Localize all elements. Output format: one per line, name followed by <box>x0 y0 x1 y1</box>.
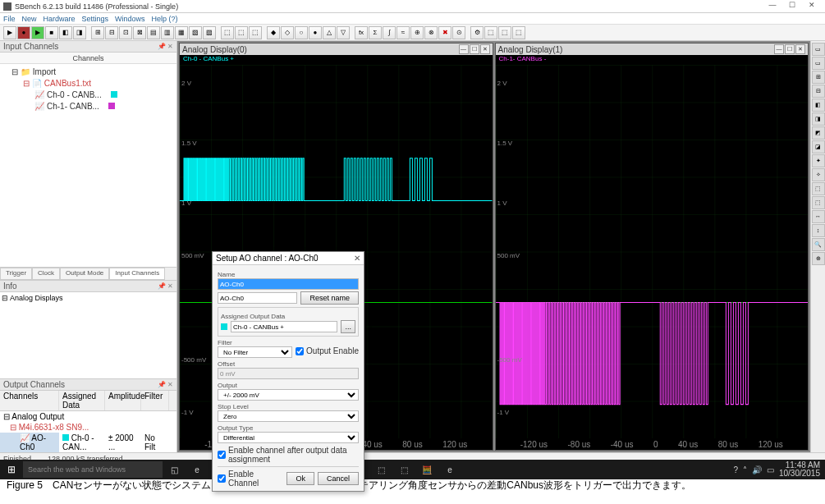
enable-channel-check[interactable] <box>218 474 226 483</box>
cancel-button[interactable]: Cancel <box>318 472 359 485</box>
record-button[interactable]: ● <box>17 26 30 39</box>
plot-tool[interactable]: ☐ <box>785 44 795 54</box>
tool-btn[interactable]: ◇ <box>281 26 294 39</box>
tool-btn[interactable]: ▦ <box>175 26 188 39</box>
ok-button[interactable]: Ok <box>286 472 314 485</box>
tab-clock[interactable]: Clock <box>32 268 60 280</box>
taskbar-clock[interactable]: 11:48 AM10/30/2015 <box>779 461 820 478</box>
tree-import[interactable]: ⊟ 📁 Import <box>2 66 175 77</box>
rtool[interactable]: 🔍 <box>812 238 825 251</box>
tool-btn[interactable]: ⬚ <box>512 26 525 39</box>
tool-btn[interactable]: ◧ <box>59 26 72 39</box>
plot-tool[interactable]: ✕ <box>480 44 490 54</box>
plot-tool[interactable]: — <box>774 44 784 54</box>
menu-hardware[interactable]: Hardware <box>44 15 76 23</box>
rtool[interactable]: ◧ <box>812 99 825 112</box>
tool-btn[interactable]: ▧ <box>189 26 202 39</box>
tool-btn[interactable]: ◆ <box>267 26 280 39</box>
tool-btn[interactable]: ⬚ <box>498 26 511 39</box>
app-icon[interactable]: ⬚ <box>392 460 415 479</box>
name2-input[interactable] <box>218 292 297 304</box>
tray-icon[interactable]: ? <box>733 465 738 474</box>
pin-icon[interactable]: 📌 ✕ <box>158 381 173 388</box>
minimize-button[interactable]: — <box>763 1 782 12</box>
tool-btn[interactable]: ⊡ <box>119 26 132 39</box>
plot-tool[interactable]: ☐ <box>470 44 479 54</box>
offset-input[interactable] <box>218 368 359 379</box>
rtool[interactable]: ▭ <box>812 57 825 70</box>
tab-input-channels[interactable]: Input Channels <box>109 268 165 280</box>
out-group-row[interactable]: ⊟ Analog Output <box>0 411 176 422</box>
tab-output-mode[interactable]: Output Mode <box>60 268 109 280</box>
tool-btn[interactable]: ▨ <box>203 26 216 39</box>
enable-after-assign-check[interactable] <box>218 451 226 459</box>
tool-btn[interactable]: ⊞ <box>91 26 104 39</box>
rtool[interactable]: ⊞ <box>812 71 825 84</box>
name-input[interactable] <box>218 278 359 290</box>
tool-btn[interactable]: ⊙ <box>452 26 465 39</box>
tray-icon[interactable]: 🔊 <box>752 465 762 474</box>
tray-icon[interactable]: ˄ <box>743 465 747 474</box>
start-button[interactable]: ⊞ <box>0 460 23 479</box>
tool-btn[interactable]: △ <box>323 26 336 39</box>
maximize-button[interactable]: ☐ <box>782 1 802 12</box>
app-icon[interactable]: 🧮 <box>415 460 438 479</box>
app-icon[interactable]: e <box>438 460 461 479</box>
tool-btn[interactable]: ◨ <box>73 26 86 39</box>
stop-level-select[interactable]: Zero <box>218 410 359 422</box>
tray-icon[interactable]: ▭ <box>767 465 774 474</box>
tree-ch1[interactable]: 📈 Ch-1- CANB... <box>2 100 175 112</box>
tool-btn[interactable]: ≈ <box>396 26 410 39</box>
task-view-icon[interactable]: ◱ <box>163 460 186 479</box>
tool-btn[interactable]: ▤ <box>147 26 160 39</box>
edge-icon[interactable]: e <box>186 460 209 479</box>
output-range-select[interactable]: +/- 2000 mV <box>218 389 359 401</box>
menu-windows[interactable]: Windows <box>115 15 145 23</box>
close-button[interactable]: ✕ <box>802 1 822 12</box>
dialog-close-icon[interactable]: ✕ <box>354 254 360 263</box>
tool-btn[interactable]: ▥ <box>161 26 174 39</box>
pin-icon[interactable]: 📌 ✕ <box>158 282 173 290</box>
menu-new[interactable]: New <box>22 15 37 23</box>
pin-icon[interactable]: 📌 ✕ <box>158 43 173 50</box>
tool-btn[interactable]: ▽ <box>337 26 350 39</box>
output-type-select[interactable]: Differential <box>218 432 359 443</box>
rtool[interactable]: ✧ <box>812 168 825 181</box>
rtool[interactable]: ⬚ <box>812 196 825 209</box>
tool-btn[interactable]: ⚙ <box>470 26 484 39</box>
rtool[interactable]: ↕ <box>812 224 825 237</box>
rtool[interactable]: ⊕ <box>812 252 825 265</box>
tool-btn[interactable]: ⬚ <box>484 26 497 39</box>
tool-btn[interactable]: ⬚ <box>249 26 262 39</box>
rtool[interactable]: ✦ <box>812 154 825 167</box>
rtool[interactable]: ◩ <box>812 126 825 140</box>
taskbar-search[interactable]: Search the web and Windows <box>23 461 163 478</box>
tool-btn[interactable]: ⊠ <box>133 26 146 39</box>
rtool[interactable]: ▭ <box>812 43 825 56</box>
app-icon[interactable]: ⬚ <box>369 460 392 479</box>
tool-btn[interactable]: ⊕ <box>410 26 424 39</box>
rtool[interactable]: ⬚ <box>812 182 825 195</box>
browse-button[interactable]: ... <box>341 320 355 333</box>
tool-btn[interactable]: ○ <box>295 26 308 39</box>
out-card-row[interactable]: ⊟ M4i.6631-x8 SN9... <box>0 422 176 433</box>
play-button[interactable]: ▶ <box>31 26 44 39</box>
tool-btn[interactable]: fx <box>355 26 368 39</box>
plot1-area[interactable]: 2 V 1.5 V 1 V 500 mV -500 mV -1 V <box>496 65 809 438</box>
plot-tool[interactable]: — <box>459 44 469 54</box>
tool-btn[interactable]: Σ <box>369 26 382 39</box>
menu-help[interactable]: Help (?) <box>152 15 178 23</box>
plot-tool[interactable]: ✕ <box>795 44 805 54</box>
rtool[interactable]: ↔ <box>812 210 825 223</box>
tool-btn[interactable]: ▶ <box>3 26 16 39</box>
rtool[interactable]: ◪ <box>812 140 825 153</box>
rtool[interactable]: ⊟ <box>812 85 825 98</box>
tool-btn[interactable]: ● <box>309 26 322 39</box>
tool-btn[interactable]: ✖ <box>438 26 451 39</box>
reset-name-button[interactable]: Reset name <box>300 291 359 305</box>
rtool[interactable]: ◨ <box>812 112 825 126</box>
tool-btn[interactable]: ∫ <box>383 26 396 39</box>
menu-file[interactable]: File <box>3 15 16 23</box>
tool-btn[interactable]: ⬚ <box>221 26 234 39</box>
tool-btn[interactable]: ⬚ <box>235 26 248 39</box>
